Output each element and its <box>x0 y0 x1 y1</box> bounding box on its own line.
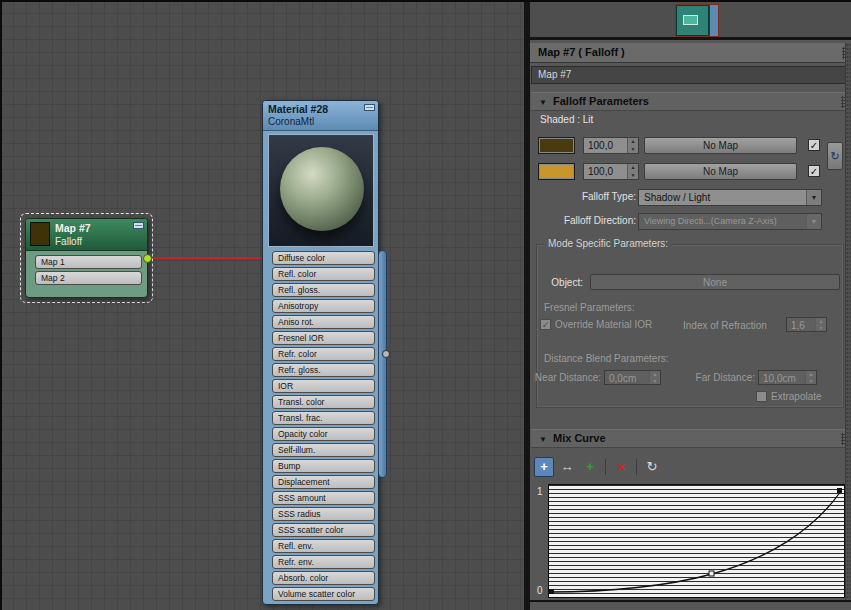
falloff-slot-list: Map 1 Map 2 <box>26 255 147 285</box>
material-slot[interactable]: Refr. gloss. <box>272 363 375 377</box>
parameter-panel: Map #7 ( Falloff ) Map #7 ▼ Falloff Para… <box>530 0 851 610</box>
material-slot[interactable]: Transl. color <box>272 395 375 409</box>
material-slot[interactable]: Aniso rot. <box>272 315 375 329</box>
material-slot[interactable]: Absorb. color <box>272 571 375 585</box>
slot-label: Refr. gloss. <box>278 365 321 375</box>
delete-point-button[interactable]: × <box>611 457 631 477</box>
node-minimize-icon[interactable]: — <box>364 104 375 111</box>
slot-label: Volume scatter color <box>278 589 355 599</box>
falloff-slot[interactable]: Map 1 <box>35 255 142 269</box>
material-slot[interactable]: Volume scatter color <box>272 587 375 601</box>
material-slot[interactable]: Refl. gloss. <box>272 283 375 297</box>
dropdown-arrow-icon[interactable]: ▼ <box>806 190 821 205</box>
node-view-canvas[interactable]: Map #7 Falloff — Map 1 Map 2 <box>0 0 527 610</box>
map-name-field[interactable]: Map #7 <box>531 66 850 84</box>
spinner-down-icon[interactable]: ▼ <box>628 146 638 154</box>
add-point-button[interactable]: + <box>580 457 600 477</box>
material-slot-list: Diffuse color Refl. color Refl. gloss. <box>263 251 380 603</box>
swap-colors-button[interactable]: ↻ <box>827 142 843 170</box>
extrapolate-label: Extrapolate <box>771 391 822 402</box>
spinner-up-icon[interactable]: ▲ <box>628 164 638 172</box>
rollout-title: Falloff Parameters <box>553 95 649 107</box>
slot-label: Self-illum. <box>278 445 315 455</box>
far-distance-value: 10,0cm <box>759 371 805 384</box>
material-slot[interactable]: Refr. color <box>272 347 375 361</box>
material-slot[interactable]: Anisotropy <box>272 299 375 313</box>
material-slot[interactable]: Refl. env. <box>272 539 375 553</box>
material-slot[interactable]: Displacement <box>272 475 375 489</box>
far-distance-spinner: 10,0cm ▲▼ <box>758 370 817 385</box>
navigator-strip[interactable] <box>530 2 851 40</box>
falloff-node-swatch <box>30 222 50 246</box>
rollout-falloff-parameters[interactable]: ▼ Falloff Parameters <box>531 92 850 111</box>
material-slot[interactable]: IOR <box>272 379 375 393</box>
material-node-titlebar[interactable]: Material #28 CoronaMtl — <box>263 101 378 131</box>
slot-label: IOR <box>278 381 293 391</box>
side-map-button[interactable]: No Map <box>644 163 797 180</box>
material-preview <box>268 134 374 247</box>
far-distance-label: Far Distance: <box>688 372 755 383</box>
object-none-button: None <box>590 274 840 290</box>
slot-label: SSS radius <box>278 509 321 519</box>
material-slot[interactable]: SSS radius <box>272 507 375 521</box>
reset-curve-button[interactable]: ↻ <box>642 457 662 477</box>
rollout-divider <box>530 600 851 602</box>
extrapolate-checkbox <box>756 391 767 402</box>
falloff-node[interactable]: Map #7 Falloff — Map 1 Map 2 <box>25 218 148 298</box>
spinner-up-icon[interactable]: ▲ <box>628 138 638 146</box>
dropdown-arrow-icon: ▼ <box>806 214 821 229</box>
material-slot[interactable]: SSS amount <box>272 491 375 505</box>
node-minimize-icon[interactable]: — <box>133 222 144 229</box>
falloff-type-dropdown[interactable]: Shadow / Light ▼ <box>638 189 822 206</box>
rollout-mix-curve[interactable]: ▼ Mix Curve <box>531 429 850 448</box>
material-slot[interactable]: Refr. env. <box>272 555 375 569</box>
slot-label: Bump <box>278 461 300 471</box>
side-amount-value[interactable]: 100,0 <box>584 164 627 179</box>
connection-wire <box>153 257 263 259</box>
ior-spinner: 1,6 ▲▼ <box>786 317 827 332</box>
panel-scrollbar[interactable] <box>845 43 851 600</box>
slot-label: Aniso rot. <box>278 317 314 327</box>
move-point-button[interactable]: + <box>534 457 554 477</box>
distance-blend-label: Distance Blend Parameters: <box>544 353 669 364</box>
front-color-swatch[interactable] <box>538 137 575 154</box>
material-slot[interactable]: SSS scatter color <box>272 523 375 537</box>
front-map-button[interactable]: No Map <box>644 137 797 154</box>
material-slot[interactable]: Opacity color <box>272 427 375 441</box>
spinner-down-icon[interactable]: ▼ <box>628 172 638 180</box>
front-amount-spinner[interactable]: 100,0 ▲▼ <box>583 137 639 154</box>
slate-material-editor: Map #7 Falloff — Map 1 Map 2 <box>0 0 851 610</box>
falloff-node-type: Falloff <box>55 235 91 248</box>
material-slot[interactable]: Refl. color <box>272 267 375 281</box>
output-socket-icon[interactable] <box>143 254 152 263</box>
material-slot[interactable]: Bump <box>272 459 375 473</box>
side-color-swatch[interactable] <box>538 163 575 180</box>
material-node[interactable]: Material #28 CoronaMtl — Diffuse color <box>262 100 379 605</box>
material-node-title: Material #28 <box>268 103 373 116</box>
slot-label: Transl. color <box>278 397 324 407</box>
scale-point-button[interactable]: ↔ <box>557 457 577 477</box>
rollout-title: Mix Curve <box>553 432 606 444</box>
slot-label: Map 1 <box>41 257 65 267</box>
near-distance-value: 0,0cm <box>605 371 649 384</box>
mix-curve-editor[interactable]: 1 0 <box>535 484 845 598</box>
front-map-enable-checkbox[interactable]: ✓ <box>808 139 820 151</box>
axis-min-label: 0 <box>537 585 543 596</box>
falloff-node-titlebar[interactable]: Map #7 Falloff — <box>26 219 147 251</box>
material-slot[interactable]: Fresnel IOR <box>272 331 375 345</box>
material-slot[interactable]: Diffuse color <box>272 251 375 265</box>
slot-label: SSS scatter color <box>278 525 344 535</box>
curve-plot-area[interactable] <box>548 484 845 598</box>
slot-label: Diffuse color <box>278 253 325 263</box>
material-slot[interactable]: Transl. frac. <box>272 411 375 425</box>
slot-label: Fresnel IOR <box>278 333 324 343</box>
mode-specific-title: Mode Specific Parameters: <box>544 238 672 249</box>
side-amount-spinner[interactable]: 100,0 ▲▼ <box>583 163 639 180</box>
loose-socket-icon[interactable] <box>382 350 390 358</box>
side-map-enable-checkbox[interactable]: ✓ <box>808 165 820 177</box>
navigator-node-thumbnail[interactable] <box>675 4 719 37</box>
material-slot[interactable]: Self-illum. <box>272 443 375 457</box>
falloff-slot[interactable]: Map 2 <box>35 271 142 285</box>
front-amount-value[interactable]: 100,0 <box>584 138 627 153</box>
node-scrollbar[interactable] <box>378 250 387 478</box>
